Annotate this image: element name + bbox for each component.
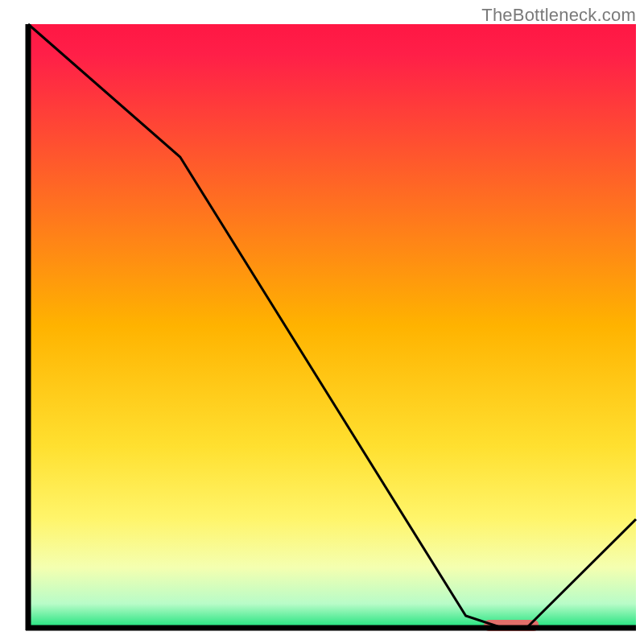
watermark-text: TheBottleneck.com [481, 5, 636, 26]
chart-container: TheBottleneck.com [0, 0, 644, 644]
plot-background [28, 24, 636, 628]
bottleneck-chart [0, 0, 644, 644]
